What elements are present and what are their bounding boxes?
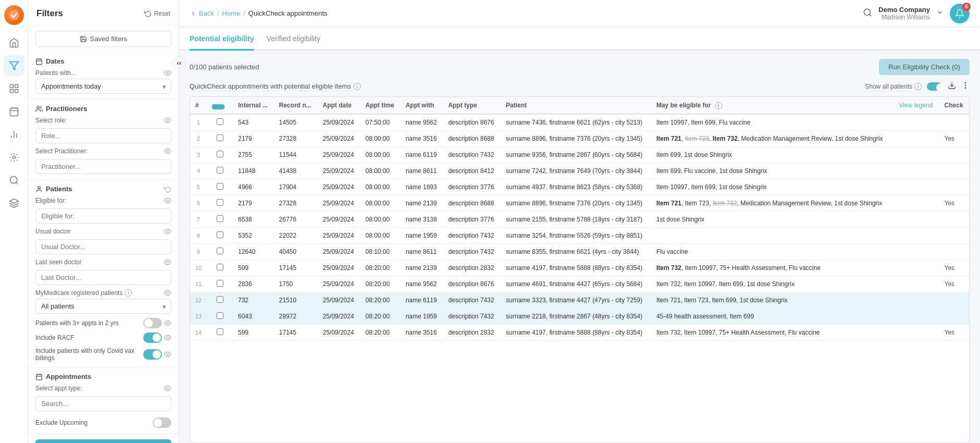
patients-3plus-toggle[interactable] (143, 318, 162, 328)
row-checkbox[interactable] (217, 167, 223, 174)
row-checkbox[interactable] (217, 215, 223, 222)
row-number: 7 (190, 212, 207, 228)
row-checkbox[interactable] (217, 134, 223, 141)
nav-grid-btn[interactable] (4, 78, 24, 99)
topbar-search-button[interactable] (863, 8, 872, 19)
row-patient: surname 7242, firstname 7649 (70yrs - ci… (501, 163, 651, 179)
row-checkbox[interactable] (217, 296, 223, 303)
exclude-upcoming-label: Exclude Upcoming (35, 419, 153, 426)
row-number: 6 (190, 195, 207, 212)
row-appt-with: name 1893 (400, 179, 443, 195)
notification-button[interactable]: 6 (950, 4, 970, 23)
row-appt-with: name 1959 (400, 228, 443, 244)
role-input[interactable] (35, 128, 171, 143)
row-checkbox-cell (207, 244, 233, 260)
show-all-toggle[interactable] (927, 82, 943, 91)
row-legend-cell (894, 212, 939, 228)
svg-rect-5 (15, 90, 18, 93)
col-appt-date: Appt date (318, 97, 360, 114)
nav-layers-btn[interactable] (4, 193, 24, 214)
svg-point-32 (167, 353, 169, 355)
row-appt-time: 07:50:00 (360, 114, 400, 131)
row-internal: 5352 (233, 228, 274, 244)
view-legend-link[interactable]: View legend (899, 102, 933, 109)
row-patient: surname 4197, firstname 5888 (88yrs - ci… (501, 325, 651, 341)
home-link[interactable]: Home (222, 9, 241, 17)
dates-section-title: Dates (35, 57, 171, 65)
last-seen-input[interactable] (35, 270, 171, 285)
tab-verified-eligibility[interactable]: Verified eligibility (267, 27, 321, 51)
row-patient: surname 7436, firstname 6621 (62yrs - ci… (501, 114, 651, 131)
col-check: Check (939, 97, 969, 114)
app-logo (4, 5, 24, 25)
search-button[interactable]: Search (35, 439, 171, 443)
saved-filters-button[interactable]: Saved filters (35, 31, 171, 47)
row-appt-with: name 8611 (400, 163, 443, 179)
row-checkbox[interactable] (217, 328, 223, 335)
row-checkbox[interactable] (217, 280, 223, 287)
nav-home-btn[interactable] (4, 32, 24, 53)
row-eligible-for: Item 732, Item 10997, 75+ Health Assessm… (651, 260, 894, 276)
row-checkbox[interactable] (217, 151, 223, 157)
include-racf-toggle[interactable] (143, 333, 162, 343)
row-appt-time: 08:00:00 (360, 195, 400, 212)
row-checkbox[interactable] (217, 264, 223, 270)
nav-search-btn[interactable] (4, 170, 24, 191)
exclude-upcoming-toggle[interactable] (153, 417, 171, 428)
row-internal: 6538 (233, 212, 274, 228)
svg-point-43 (965, 88, 965, 88)
mymedicare-select[interactable]: All patients (35, 299, 171, 314)
download-button[interactable] (948, 81, 956, 91)
svg-point-23 (167, 119, 169, 121)
practitioners-section: Practitioners Select role: Select Practi… (28, 100, 179, 180)
run-eligibility-button[interactable]: Run Eligibility Check (0) (879, 59, 970, 75)
row-appt-time: 08:00:00 (360, 163, 400, 179)
include-covid-toggle[interactable] (143, 349, 162, 360)
row-appt-time: 08:00:00 (360, 147, 400, 163)
col-appt-time: Appt time (360, 97, 400, 114)
company-info: Demo Company Madison Williams (878, 6, 930, 21)
reset-button[interactable]: Reset (144, 10, 170, 17)
tab-potential-eligibility[interactable]: Potential eligibility (190, 27, 254, 51)
row-checkbox[interactable] (217, 312, 223, 319)
back-button[interactable]: Back (190, 9, 214, 17)
eligible-input[interactable] (35, 208, 171, 224)
practitioner-input[interactable] (35, 159, 171, 174)
nav-calendar-btn[interactable] (4, 101, 24, 122)
refresh-patients-icon[interactable] (164, 186, 171, 193)
svg-marker-1 (9, 62, 18, 70)
row-checkbox[interactable] (217, 183, 223, 190)
appointments-section: Appointments Select appt type: Exclude U… (28, 367, 179, 434)
select-all-button[interactable] (212, 104, 224, 109)
more-options-button[interactable] (961, 81, 970, 91)
row-eligible-for: Item 10997, Item 699, 1st dose Shingrix (651, 179, 894, 195)
appointments-filter-select[interactable]: Appointments today (35, 79, 171, 94)
include-covid-label: Include patients with only Covid vax bil… (35, 347, 143, 362)
row-record: 27328 (274, 131, 318, 147)
appointments-section-title: Appointments (35, 373, 171, 380)
row-checkbox[interactable] (217, 231, 223, 238)
row-checkbox[interactable] (217, 199, 223, 206)
nav-chart-btn[interactable] (4, 124, 24, 145)
account-dropdown-button[interactable] (936, 9, 944, 18)
svg-rect-4 (10, 90, 13, 93)
table-row: 327551154425/09/202408:00:00name 6119des… (190, 147, 969, 163)
row-checkbox[interactable] (217, 248, 223, 254)
svg-point-14 (10, 177, 17, 183)
table-row: 549661790425/09/202408:00:00name 1893des… (190, 179, 969, 195)
appt-type-search[interactable] (35, 396, 171, 411)
row-record: 22022 (274, 228, 318, 244)
row-appt-date: 25/09/2024 (318, 325, 360, 341)
row-legend-cell (894, 195, 939, 212)
row-legend-cell (894, 292, 939, 309)
row-appt-date: 25/09/2024 (318, 114, 360, 131)
nav-settings-btn[interactable] (4, 147, 24, 168)
patients-section: Patients Eligible for: Usual doctor Last… (28, 180, 179, 367)
row-appt-type: description 8676 (443, 276, 501, 292)
row-eligible-for (651, 228, 894, 244)
usual-doctor-input[interactable] (35, 239, 171, 254)
row-check-value (939, 179, 969, 195)
sidebar-collapse-button[interactable]: ‹‹ (173, 56, 185, 69)
nav-filter-btn[interactable] (4, 55, 24, 76)
row-checkbox[interactable] (217, 118, 223, 125)
